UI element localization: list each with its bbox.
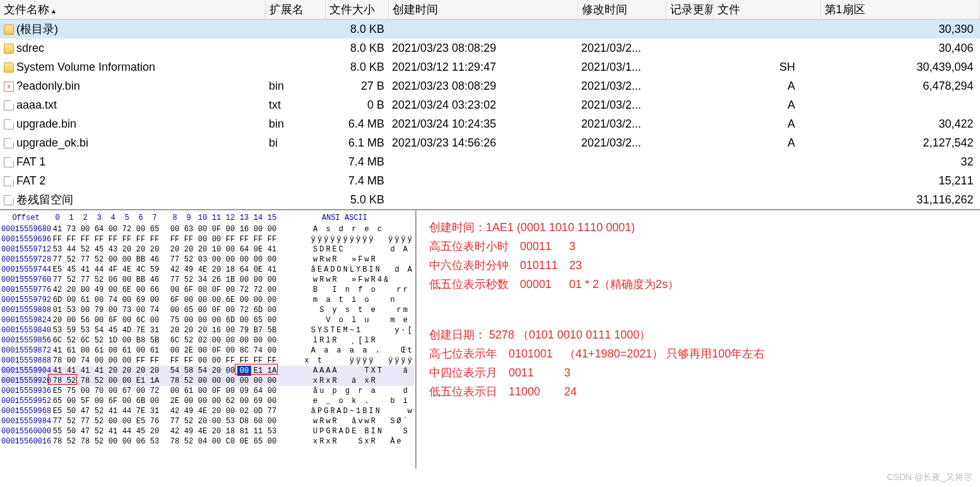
hex-byte[interactable]: 00 bbox=[251, 275, 265, 285]
hex-byte[interactable]: 74 bbox=[78, 356, 92, 366]
hex-byte[interactable]: 4D bbox=[120, 325, 134, 335]
hex-byte[interactable]: 00 bbox=[210, 315, 223, 325]
hex-byte[interactable]: 70 bbox=[92, 386, 106, 396]
hex-row[interactable]: 0001555984053595354454D7E31202020160079B… bbox=[1, 325, 414, 335]
hex-byte[interactable]: 56 bbox=[78, 315, 92, 325]
file-list-table[interactable]: 文件名称▲ 扩展名 文件大小 创建时间 修改时间 记录更新 文件 第1扇区 (根… bbox=[0, 0, 980, 209]
hex-row[interactable]: 00015559824200056006F006C00750000006D006… bbox=[1, 315, 414, 325]
hex-byte[interactable]: 20 bbox=[196, 416, 210, 426]
hex-byte[interactable]: 2E bbox=[168, 396, 182, 406]
hex-byte[interactable]: 20 bbox=[148, 366, 162, 376]
hex-row[interactable]: 00015559968E550475241447E3142494E2000020… bbox=[1, 406, 414, 416]
hex-byte[interactable]: FF bbox=[223, 234, 237, 244]
hex-byte[interactable]: 20 bbox=[210, 426, 223, 436]
hex-byte[interactable]: E5 bbox=[134, 416, 148, 426]
hex-byte[interactable]: 00 bbox=[92, 396, 106, 406]
hex-byte[interactable]: 72 bbox=[148, 386, 162, 396]
hex-byte[interactable]: B7 bbox=[251, 325, 265, 335]
hex-byte[interactable]: 77 bbox=[78, 275, 92, 285]
hex-byte[interactable]: 00 bbox=[251, 335, 265, 346]
hex-byte[interactable]: 4E bbox=[120, 265, 134, 275]
hex-byte[interactable]: 00 bbox=[106, 224, 120, 234]
hex-row[interactable]: 00015559728775277520000BB467752030000000… bbox=[1, 255, 414, 265]
hex-byte[interactable]: 00 bbox=[182, 396, 196, 406]
hex-byte[interactable]: 4E bbox=[196, 406, 210, 416]
hex-byte[interactable]: 00 bbox=[223, 224, 237, 234]
hex-byte[interactable]: 7E bbox=[134, 325, 148, 335]
hex-byte[interactable]: 00 bbox=[210, 396, 223, 406]
hex-byte[interactable]: 0F bbox=[210, 305, 223, 315]
col-size-header[interactable]: 文件大小 bbox=[325, 0, 388, 20]
hex-byte[interactable]: FF bbox=[134, 234, 148, 244]
hex-byte[interactable]: 16 bbox=[210, 325, 223, 335]
hex-byte[interactable]: 20 bbox=[148, 426, 162, 436]
hex-byte[interactable]: 00 bbox=[237, 255, 251, 265]
hex-byte[interactable]: 45 bbox=[106, 325, 120, 335]
hex-row[interactable]: 0001555971253445245432020202020201000640… bbox=[1, 244, 414, 255]
hex-byte[interactable]: 41 bbox=[78, 265, 92, 275]
hex-row[interactable]: 000155597926D006100740069006F0000006E000… bbox=[1, 295, 414, 305]
hex-byte[interactable]: 6D bbox=[223, 315, 237, 325]
hex-byte[interactable]: 6C bbox=[50, 335, 64, 346]
hex-bytes[interactable]: 41730064007200650063000F00160000 bbox=[50, 224, 302, 234]
hex-byte[interactable]: 00 bbox=[210, 436, 223, 447]
hex-byte[interactable]: 1D bbox=[106, 335, 120, 346]
hex-byte[interactable]: 00 bbox=[210, 335, 223, 346]
hex-byte[interactable]: D8 bbox=[237, 416, 251, 426]
hex-byte[interactable]: 00 bbox=[265, 376, 279, 386]
hex-bytes[interactable]: 65005F006F006B002E00000062006900 bbox=[50, 396, 302, 406]
hex-byte[interactable]: 00 bbox=[223, 244, 237, 255]
hex-byte[interactable]: 53 bbox=[50, 325, 64, 335]
hex-byte[interactable]: 00 bbox=[265, 295, 279, 305]
table-header[interactable]: 文件名称▲ 扩展名 文件大小 创建时间 修改时间 记录更新 文件 第1扇区 bbox=[0, 0, 980, 20]
hex-byte[interactable]: 00 bbox=[237, 376, 251, 386]
hex-byte[interactable]: 78 bbox=[78, 376, 92, 386]
hex-row[interactable]: 0001555977642200049006E0066006F000F00727… bbox=[1, 285, 414, 295]
hex-byte[interactable]: 55 bbox=[50, 426, 64, 436]
hex-byte[interactable]: 20 bbox=[106, 366, 120, 376]
hex-byte[interactable]: 65 bbox=[182, 305, 196, 315]
col-modified-header[interactable]: 修改时间 bbox=[577, 0, 666, 20]
hex-viewer[interactable]: Offset 0123456789101112131415 ANSI ASCII… bbox=[0, 210, 416, 469]
hex-byte[interactable]: 01 bbox=[50, 305, 64, 315]
hex-byte[interactable]: C0 bbox=[223, 436, 237, 447]
hex-byte[interactable]: 00 bbox=[106, 356, 120, 366]
hex-byte[interactable]: FF bbox=[237, 234, 251, 244]
hex-byte[interactable]: 00 bbox=[196, 295, 210, 305]
hex-row[interactable]: 00015559936E5750070006700720061000F00096… bbox=[1, 386, 414, 396]
hex-byte[interactable]: 34 bbox=[196, 275, 210, 285]
hex-row[interactable]: 00015559696FFFFFFFFFFFFFFFFFFFF0000FFFFF… bbox=[1, 234, 414, 244]
hex-byte[interactable]: 78 bbox=[50, 436, 64, 447]
hex-byte[interactable]: 77 bbox=[50, 416, 64, 426]
hex-byte[interactable]: FF bbox=[78, 234, 92, 244]
hex-bytes[interactable]: 4161006100610061002E000F008C7400 bbox=[50, 346, 300, 356]
hex-bytes[interactable]: E550475241447E3142494E2000020D77 bbox=[50, 406, 300, 416]
hex-byte[interactable]: 79 bbox=[92, 305, 106, 315]
hex-byte[interactable]: 42 bbox=[50, 285, 64, 295]
hex-byte[interactable]: 00 bbox=[196, 285, 210, 295]
hex-byte[interactable]: 00 bbox=[265, 386, 279, 396]
hex-byte[interactable]: 00 bbox=[196, 376, 210, 386]
hex-byte[interactable]: 00 bbox=[237, 295, 251, 305]
table-row[interactable]: (根目录)8.0 KB30,390 bbox=[0, 20, 980, 39]
hex-byte[interactable]: 44 bbox=[64, 244, 78, 255]
hex-byte[interactable]: 20 bbox=[168, 244, 182, 255]
hex-byte[interactable]: 7E bbox=[134, 406, 148, 416]
hex-byte[interactable]: 26 bbox=[210, 275, 223, 285]
hex-byte[interactable]: 65 bbox=[50, 396, 64, 406]
hex-byte[interactable]: 00 bbox=[106, 346, 120, 356]
hex-byte[interactable]: 00 bbox=[182, 295, 196, 305]
hex-byte[interactable]: BB bbox=[134, 275, 148, 285]
hex-byte[interactable]: 78 bbox=[50, 356, 64, 366]
hex-byte[interactable]: 00 bbox=[223, 255, 237, 265]
hex-byte[interactable]: 00 bbox=[106, 436, 120, 447]
hex-byte[interactable]: 42 bbox=[168, 406, 182, 416]
hex-byte[interactable]: 20 bbox=[196, 244, 210, 255]
hex-byte[interactable]: 20 bbox=[210, 366, 223, 376]
hex-byte[interactable]: 5F bbox=[78, 396, 92, 406]
hex-byte[interactable]: 54 bbox=[92, 325, 106, 335]
hex-byte[interactable]: 00 bbox=[265, 346, 279, 356]
hex-byte[interactable]: 6D bbox=[50, 295, 64, 305]
hex-byte[interactable]: 52 bbox=[78, 244, 92, 255]
hex-byte[interactable]: 69 bbox=[251, 396, 265, 406]
